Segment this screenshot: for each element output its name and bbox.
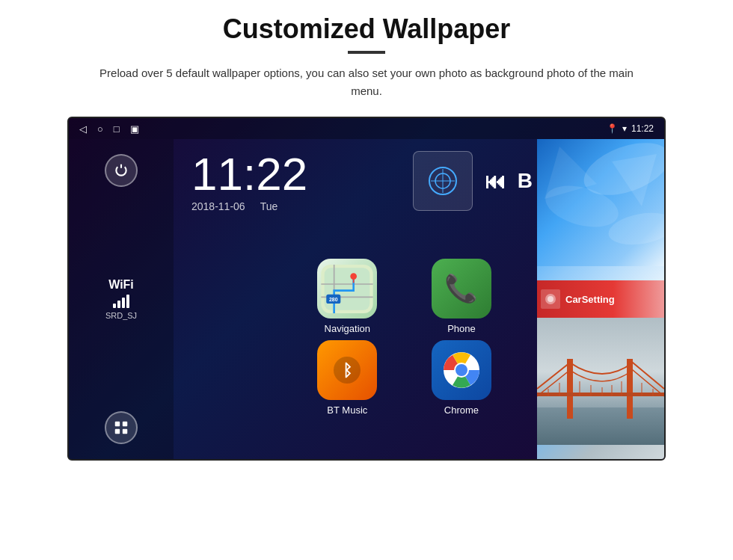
- chrome-icon[interactable]: [432, 340, 491, 400]
- phone-label: Phone: [447, 323, 476, 334]
- svg-rect-42: [627, 359, 633, 419]
- wifi-info: WiFi SRD_SJ: [105, 278, 137, 320]
- wallpaper-carsetting[interactable]: CarSetting: [537, 280, 664, 318]
- wifi-ssid: SRD_SJ: [105, 311, 137, 320]
- svg-point-15: [351, 273, 358, 280]
- wifi-bar-1: [113, 304, 116, 308]
- wallpaper-panels: CarSetting: [537, 139, 664, 459]
- center-content: 11:22 2018-11-06 Tue ⏮ B: [174, 139, 540, 459]
- phone-icon[interactable]: 📞: [432, 259, 491, 319]
- clock-date-value: 2018-11-06: [191, 200, 245, 212]
- navigation-label: Navigation: [325, 323, 370, 334]
- app-item-chrome[interactable]: Chrome: [408, 340, 516, 416]
- svg-rect-2: [115, 429, 120, 434]
- page-wrapper: Customized Wallpaper Preload over 5 defa…: [0, 0, 733, 560]
- svg-rect-1: [123, 422, 127, 426]
- svg-rect-0: [115, 422, 120, 426]
- svg-rect-40: [537, 407, 664, 445]
- phone-symbol: 📞: [444, 273, 478, 304]
- back-nav-icon[interactable]: ◁: [79, 123, 87, 135]
- svg-rect-9: [325, 268, 370, 310]
- app-item-navigation[interactable]: 280 Navigation: [293, 259, 402, 334]
- svg-rect-43: [537, 393, 664, 396]
- power-button[interactable]: [105, 154, 138, 187]
- location-icon: 📍: [607, 123, 618, 134]
- media-prev-icon[interactable]: ⏮: [485, 169, 506, 194]
- wallpaper-bridge[interactable]: [537, 318, 664, 459]
- status-right: 📍 ▾ 11:22: [607, 123, 654, 134]
- media-icon-box[interactable]: [413, 151, 473, 211]
- wifi-bar-3: [122, 298, 125, 308]
- nav-icons: ◁ ○ □ ▣: [79, 123, 139, 135]
- wifi-bars: [105, 295, 137, 308]
- status-bar: ◁ ○ □ ▣ 📍 ▾ 11:22: [69, 118, 664, 139]
- page-subtitle: Preload over 5 default wallpaper options…: [90, 64, 643, 100]
- clock-day-value: Tue: [260, 200, 278, 212]
- btmusic-label: BT Music: [327, 404, 367, 416]
- carsetting-label: CarSetting: [565, 294, 615, 305]
- svg-rect-3: [123, 429, 127, 434]
- app-item-btmusic[interactable]: ᛒ BT Music: [293, 340, 402, 416]
- app-item-phone[interactable]: 📞 Phone: [408, 259, 516, 334]
- svg-point-38: [548, 296, 553, 302]
- wifi-bar-4: [126, 295, 129, 308]
- svg-rect-41: [567, 359, 573, 419]
- title-divider: [348, 51, 385, 54]
- svg-text:ᛒ: ᛒ: [343, 361, 352, 380]
- wifi-bar-2: [117, 301, 120, 308]
- android-screen: ◁ ○ □ ▣ 📍 ▾ 11:22 WiFi: [67, 117, 666, 461]
- left-sidebar: WiFi SRD_SJ: [69, 139, 174, 459]
- screenshot-nav-icon[interactable]: ▣: [130, 123, 139, 135]
- chrome-label: Chrome: [444, 404, 479, 416]
- svg-text:280: 280: [329, 297, 338, 302]
- wifi-status-icon: ▾: [622, 123, 627, 134]
- media-row: ⏮ B: [413, 151, 533, 211]
- page-title: Customized Wallpaper: [223, 13, 511, 45]
- media-letter-b: B: [518, 169, 533, 193]
- wifi-label: WiFi: [105, 278, 137, 292]
- navigation-icon[interactable]: 280: [317, 259, 377, 319]
- recent-nav-icon[interactable]: □: [114, 123, 120, 135]
- apps-button[interactable]: [105, 411, 138, 444]
- home-nav-icon[interactable]: ○: [97, 123, 103, 135]
- svg-point-21: [456, 364, 467, 376]
- wallpaper-ice[interactable]: [537, 139, 664, 280]
- status-time: 11:22: [631, 123, 654, 134]
- btmusic-icon[interactable]: ᛒ: [317, 340, 377, 400]
